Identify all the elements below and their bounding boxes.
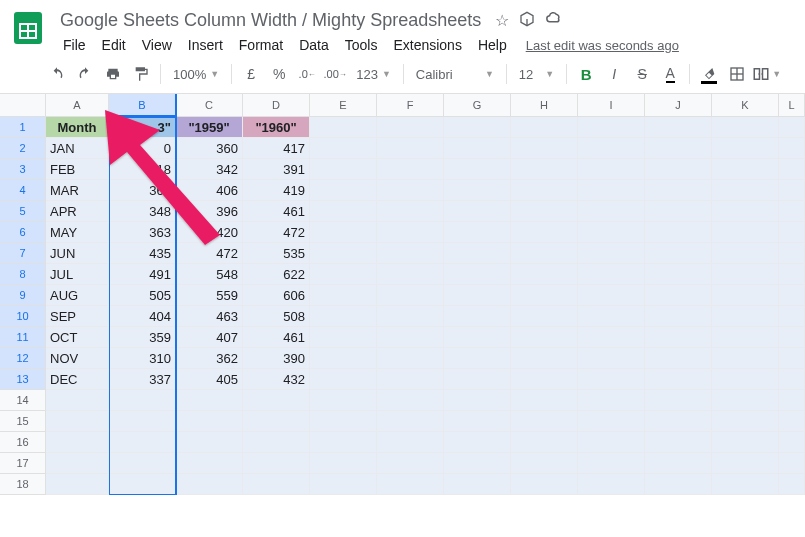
cell[interactable]	[444, 348, 511, 369]
cell[interactable]	[176, 390, 243, 411]
print-button[interactable]	[100, 61, 126, 87]
cell[interactable]	[779, 201, 805, 222]
cell[interactable]	[511, 474, 578, 495]
cell[interactable]	[444, 306, 511, 327]
cell[interactable]	[377, 264, 444, 285]
font-dropdown[interactable]: Calibri▼	[410, 61, 500, 87]
row-header[interactable]: 17	[0, 453, 46, 474]
cell[interactable]	[310, 264, 377, 285]
cell[interactable]	[511, 138, 578, 159]
cell[interactable]: 362	[176, 348, 243, 369]
cell[interactable]	[578, 243, 645, 264]
select-all-corner[interactable]	[0, 94, 46, 117]
cell[interactable]: 396	[176, 201, 243, 222]
menu-format[interactable]: Format	[232, 35, 290, 55]
cell[interactable]: SEP	[46, 306, 109, 327]
cell[interactable]: 406	[176, 180, 243, 201]
cell[interactable]	[645, 222, 712, 243]
font-size-dropdown[interactable]: 12▼	[513, 61, 560, 87]
cell[interactable]: DEC	[46, 369, 109, 390]
cell[interactable]: 348	[109, 201, 176, 222]
cell[interactable]	[578, 285, 645, 306]
cell[interactable]: 337	[109, 369, 176, 390]
cell[interactable]	[645, 453, 712, 474]
cell[interactable]	[712, 411, 779, 432]
cell[interactable]	[444, 180, 511, 201]
cell[interactable]	[578, 306, 645, 327]
cell[interactable]	[310, 117, 377, 138]
text-color-button[interactable]: A	[657, 61, 683, 87]
cell[interactable]	[712, 264, 779, 285]
cell[interactable]	[310, 243, 377, 264]
cell[interactable]	[377, 159, 444, 180]
cell[interactable]	[511, 432, 578, 453]
column-header[interactable]: B	[109, 94, 176, 117]
cell[interactable]	[310, 390, 377, 411]
cell[interactable]	[645, 390, 712, 411]
cell[interactable]	[779, 285, 805, 306]
cell[interactable]	[511, 201, 578, 222]
cell[interactable]	[444, 432, 511, 453]
cell[interactable]	[377, 222, 444, 243]
cell[interactable]	[243, 453, 310, 474]
menu-view[interactable]: View	[135, 35, 179, 55]
cell[interactable]	[712, 474, 779, 495]
increase-decimal-button[interactable]: .00→	[322, 61, 348, 87]
cell[interactable]: AUG	[46, 285, 109, 306]
cell[interactable]	[109, 432, 176, 453]
cell[interactable]	[444, 117, 511, 138]
cell[interactable]	[712, 390, 779, 411]
row-header[interactable]: 13	[0, 369, 46, 390]
cell[interactable]	[310, 411, 377, 432]
cell[interactable]: 435	[109, 243, 176, 264]
cell[interactable]	[645, 201, 712, 222]
cell[interactable]	[712, 117, 779, 138]
cell[interactable]	[176, 411, 243, 432]
cell[interactable]	[645, 159, 712, 180]
cell[interactable]: JUN	[46, 243, 109, 264]
cell[interactable]	[176, 453, 243, 474]
cell[interactable]	[511, 243, 578, 264]
cell[interactable]: 407	[176, 327, 243, 348]
row-header[interactable]: 18	[0, 474, 46, 495]
cell[interactable]: 390	[243, 348, 310, 369]
cell[interactable]	[377, 180, 444, 201]
cell[interactable]	[779, 327, 805, 348]
cell[interactable]	[310, 201, 377, 222]
cell[interactable]	[377, 306, 444, 327]
cell[interactable]	[444, 201, 511, 222]
cell[interactable]	[444, 474, 511, 495]
column-header[interactable]: I	[578, 94, 645, 117]
cell[interactable]	[578, 222, 645, 243]
cell[interactable]	[712, 348, 779, 369]
cell[interactable]: 472	[176, 243, 243, 264]
row-header[interactable]: 16	[0, 432, 46, 453]
cell[interactable]: 463	[176, 306, 243, 327]
cell[interactable]	[377, 327, 444, 348]
cell[interactable]	[712, 432, 779, 453]
cell[interactable]	[176, 474, 243, 495]
cell[interactable]	[511, 117, 578, 138]
cell[interactable]: 622	[243, 264, 310, 285]
cell[interactable]: 342	[176, 159, 243, 180]
fill-color-button[interactable]	[696, 61, 722, 87]
cell[interactable]	[377, 369, 444, 390]
cell[interactable]	[377, 138, 444, 159]
cell[interactable]: MAR	[46, 180, 109, 201]
document-title[interactable]: Google Sheets Column Width / Mighty Spre…	[56, 8, 485, 33]
cell[interactable]: 419	[243, 180, 310, 201]
cell[interactable]	[645, 369, 712, 390]
cell[interactable]	[444, 453, 511, 474]
column-header[interactable]: K	[712, 94, 779, 117]
cell[interactable]	[310, 348, 377, 369]
percent-button[interactable]: %	[266, 61, 292, 87]
cell[interactable]	[310, 159, 377, 180]
cell[interactable]	[310, 285, 377, 306]
cell[interactable]: 360	[176, 138, 243, 159]
cell[interactable]	[645, 285, 712, 306]
cell[interactable]	[779, 117, 805, 138]
cell[interactable]	[46, 390, 109, 411]
menu-edit[interactable]: Edit	[95, 35, 133, 55]
row-header[interactable]: 8	[0, 264, 46, 285]
menu-insert[interactable]: Insert	[181, 35, 230, 55]
